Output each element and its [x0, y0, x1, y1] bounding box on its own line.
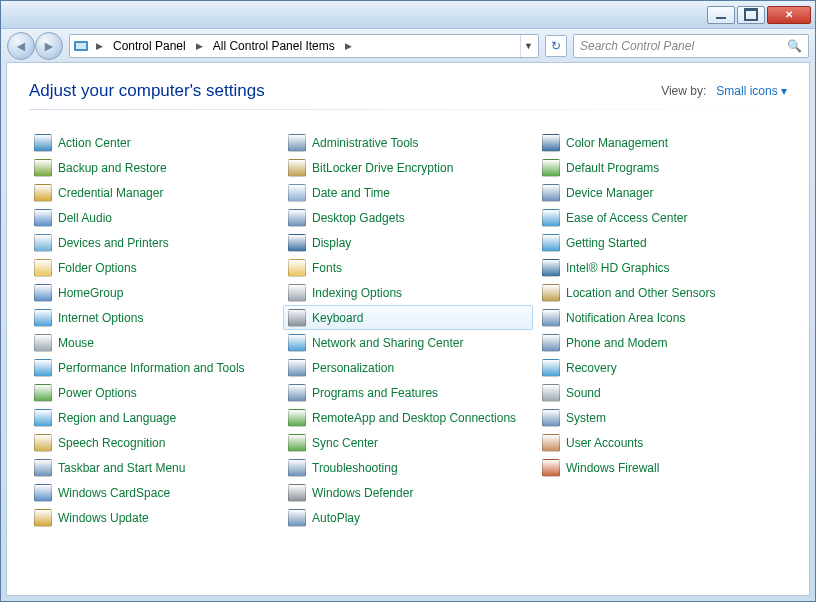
cp-item-programs-and-features[interactable]: Programs and Features: [283, 380, 533, 405]
cp-item-sound[interactable]: Sound: [537, 380, 787, 405]
cp-item-label: Keyboard: [312, 311, 363, 325]
cp-item-bitlocker-drive-encryption[interactable]: BitLocker Drive Encryption: [283, 155, 533, 180]
autoplay-icon: [288, 509, 306, 527]
chevron-right-icon[interactable]: ▶: [92, 41, 107, 51]
cp-item-label: Sound: [566, 386, 601, 400]
intel-icon: [542, 259, 560, 277]
maximize-button[interactable]: [737, 6, 765, 24]
cp-item-desktop-gadgets[interactable]: Desktop Gadgets: [283, 205, 533, 230]
cp-item-network-and-sharing-center[interactable]: Network and Sharing Center: [283, 330, 533, 355]
system-icon: [542, 409, 560, 427]
fonts-icon: [288, 259, 306, 277]
cp-item-date-and-time[interactable]: Date and Time: [283, 180, 533, 205]
cp-item-troubleshooting[interactable]: Troubleshooting: [283, 455, 533, 480]
cp-item-color-management[interactable]: Color Management: [537, 130, 787, 155]
index-icon: [288, 284, 306, 302]
view-by-dropdown[interactable]: Small icons ▾: [716, 84, 787, 98]
control-panel-icon: [72, 37, 90, 55]
cp-item-remoteapp-and-desktop-connections[interactable]: RemoteApp and Desktop Connections: [283, 405, 533, 430]
cp-item-system[interactable]: System: [537, 405, 787, 430]
cp-item-label: Desktop Gadgets: [312, 211, 405, 225]
chevron-right-icon[interactable]: ▶: [341, 41, 356, 51]
address-bar[interactable]: ▶ Control Panel ▶ All Control Panel Item…: [69, 34, 539, 58]
view-by: View by: Small icons ▾: [661, 84, 787, 98]
back-button[interactable]: ◄: [7, 32, 35, 60]
nav-buttons: ◄ ►: [7, 32, 63, 60]
update-icon: [34, 509, 52, 527]
cp-item-internet-options[interactable]: Internet Options: [29, 305, 279, 330]
cp-item-power-options[interactable]: Power Options: [29, 380, 279, 405]
cp-item-location-and-other-sensors[interactable]: Location and Other Sensors: [537, 280, 787, 305]
cp-item-label: Intel® HD Graphics: [566, 261, 670, 275]
cp-item-label: Backup and Restore: [58, 161, 167, 175]
cp-item-autoplay[interactable]: AutoPlay: [283, 505, 533, 530]
chevron-right-icon[interactable]: ▶: [192, 41, 207, 51]
cp-item-label: Network and Sharing Center: [312, 336, 463, 350]
cp-item-taskbar-and-start-menu[interactable]: Taskbar and Start Menu: [29, 455, 279, 480]
cp-item-credential-manager[interactable]: Credential Manager: [29, 180, 279, 205]
cp-item-label: Credential Manager: [58, 186, 163, 200]
cp-item-label: Windows Update: [58, 511, 149, 525]
power-icon: [34, 384, 52, 402]
cp-item-label: Personalization: [312, 361, 394, 375]
refresh-button[interactable]: ↻: [545, 35, 567, 57]
cp-item-windows-cardspace[interactable]: Windows CardSpace: [29, 480, 279, 505]
cp-item-windows-update[interactable]: Windows Update: [29, 505, 279, 530]
search-box[interactable]: Search Control Panel 🔍: [573, 34, 809, 58]
cp-item-region-and-language[interactable]: Region and Language: [29, 405, 279, 430]
cp-item-personalization[interactable]: Personalization: [283, 355, 533, 380]
cp-item-ease-of-access-center[interactable]: Ease of Access Center: [537, 205, 787, 230]
cp-item-indexing-options[interactable]: Indexing Options: [283, 280, 533, 305]
folder-icon: [34, 259, 52, 277]
speaker-icon: [34, 209, 52, 227]
cp-item-dell-audio[interactable]: Dell Audio: [29, 205, 279, 230]
cp-item-label: RemoteApp and Desktop Connections: [312, 411, 516, 425]
cp-item-recovery[interactable]: Recovery: [537, 355, 787, 380]
breadcrumb-child[interactable]: All Control Panel Items: [209, 39, 339, 53]
forward-button[interactable]: ►: [35, 32, 63, 60]
firewall-icon: [542, 459, 560, 477]
cp-item-homegroup[interactable]: HomeGroup: [29, 280, 279, 305]
cp-item-windows-defender[interactable]: Windows Defender: [283, 480, 533, 505]
cp-item-label: Date and Time: [312, 186, 390, 200]
cp-item-display[interactable]: Display: [283, 230, 533, 255]
remote-icon: [288, 409, 306, 427]
address-dropdown[interactable]: ▼: [520, 35, 536, 57]
cp-item-user-accounts[interactable]: User Accounts: [537, 430, 787, 455]
flag-icon: [34, 134, 52, 152]
cp-item-default-programs[interactable]: Default Programs: [537, 155, 787, 180]
cp-item-windows-firewall[interactable]: Windows Firewall: [537, 455, 787, 480]
cp-item-speech-recognition[interactable]: Speech Recognition: [29, 430, 279, 455]
cp-item-notification-area-icons[interactable]: Notification Area Icons: [537, 305, 787, 330]
cp-item-devices-and-printers[interactable]: Devices and Printers: [29, 230, 279, 255]
devmgr-icon: [542, 184, 560, 202]
cp-item-administrative-tools[interactable]: Administrative Tools: [283, 130, 533, 155]
breadcrumb-root[interactable]: Control Panel: [109, 39, 190, 53]
cp-item-fonts[interactable]: Fonts: [283, 255, 533, 280]
cp-item-action-center[interactable]: Action Center: [29, 130, 279, 155]
phone-icon: [542, 334, 560, 352]
cp-item-keyboard[interactable]: Keyboard: [283, 305, 533, 330]
minimize-button[interactable]: [707, 6, 735, 24]
cp-item-folder-options[interactable]: Folder Options: [29, 255, 279, 280]
getting-started-icon: [542, 234, 560, 252]
mouse-icon: [34, 334, 52, 352]
cp-item-device-manager[interactable]: Device Manager: [537, 180, 787, 205]
cp-item-label: Programs and Features: [312, 386, 438, 400]
close-button[interactable]: [767, 6, 811, 24]
users-icon: [542, 434, 560, 452]
cp-item-label: Windows Defender: [312, 486, 413, 500]
cp-item-intel-hd-graphics[interactable]: Intel® HD Graphics: [537, 255, 787, 280]
view-by-label: View by:: [661, 84, 706, 98]
cp-item-sync-center[interactable]: Sync Center: [283, 430, 533, 455]
troubleshoot-icon: [288, 459, 306, 477]
color-icon: [542, 134, 560, 152]
cp-item-phone-and-modem[interactable]: Phone and Modem: [537, 330, 787, 355]
cp-item-label: Speech Recognition: [58, 436, 165, 450]
cp-item-performance-information-and-tools[interactable]: Performance Information and Tools: [29, 355, 279, 380]
network-icon: [288, 334, 306, 352]
cp-item-getting-started[interactable]: Getting Started: [537, 230, 787, 255]
cp-item-backup-and-restore[interactable]: Backup and Restore: [29, 155, 279, 180]
cp-item-label: Folder Options: [58, 261, 137, 275]
cp-item-mouse[interactable]: Mouse: [29, 330, 279, 355]
